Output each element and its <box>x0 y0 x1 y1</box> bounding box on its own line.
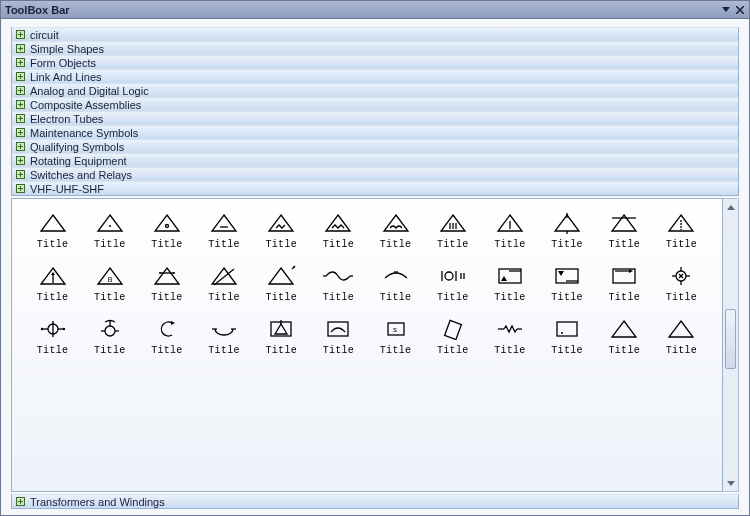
symbol-caption: Title <box>437 345 469 356</box>
svg-marker-31 <box>155 268 179 284</box>
symbol-item[interactable]: Title <box>369 209 422 250</box>
expand-icon <box>16 86 25 95</box>
symbol-item[interactable]: Title <box>598 209 651 250</box>
symbol-icon <box>262 209 300 237</box>
symbol-caption: Title <box>37 345 69 356</box>
svg-rect-86 <box>557 322 577 336</box>
symbol-item[interactable]: Title <box>312 262 365 303</box>
symbol-icon <box>34 209 72 237</box>
symbol-icon <box>205 315 243 343</box>
symbol-item[interactable]: Title <box>140 209 193 250</box>
category-item[interactable]: Switches and Relays <box>11 167 739 182</box>
symbol-icon <box>148 209 186 237</box>
symbol-item[interactable]: Title <box>598 262 651 303</box>
symbol-icon <box>148 315 186 343</box>
symbol-caption: Title <box>151 345 183 356</box>
dropdown-icon[interactable] <box>721 5 731 15</box>
toolbox-body: circuitSimple ShapesForm ObjectsLink And… <box>1 19 749 515</box>
category-item[interactable]: Link And Lines <box>11 69 739 84</box>
category-item[interactable]: VHF-UHF-SHF <box>11 181 739 196</box>
symbol-caption: Title <box>608 239 640 250</box>
symbol-caption: Title <box>494 345 526 356</box>
symbol-item[interactable]: Title <box>255 262 308 303</box>
symbol-icon <box>662 209 700 237</box>
svg-rect-83 <box>444 320 461 339</box>
category-item[interactable]: Rotating Equipment <box>11 153 739 168</box>
symbol-item[interactable]: Title <box>83 209 136 250</box>
expand-icon <box>16 128 25 137</box>
symbol-item[interactable]: Title <box>483 262 536 303</box>
symbol-item[interactable]: Title <box>655 315 708 356</box>
symbol-item[interactable]: Title <box>198 209 251 250</box>
symbol-item[interactable]: Title <box>655 209 708 250</box>
svg-point-68 <box>62 328 64 330</box>
category-item[interactable]: Electron Tubes <box>11 111 739 126</box>
symbol-item[interactable]: Title <box>26 209 79 250</box>
category-item[interactable]: Simple Shapes <box>11 41 739 56</box>
symbol-item[interactable]: Title <box>426 315 479 356</box>
scroll-thumb[interactable] <box>725 309 736 369</box>
symbol-item[interactable]: Title <box>255 209 308 250</box>
symbol-grid: TitleTitleTitleTitleTitleTitleTitleTitle… <box>26 209 708 356</box>
svg-marker-78 <box>275 324 287 334</box>
svg-marker-74 <box>171 321 175 325</box>
symbol-item[interactable]: Title <box>26 315 79 356</box>
symbol-item[interactable]: Title <box>140 262 193 303</box>
svg-text:s: s <box>393 325 397 334</box>
symbol-item[interactable]: Title <box>312 315 365 356</box>
symbol-caption: Title <box>608 345 640 356</box>
svg-marker-90 <box>727 205 735 210</box>
symbol-item[interactable]: Title <box>483 315 536 356</box>
category-item[interactable]: Maintenance Symbols <box>11 125 739 140</box>
symbol-item[interactable]: Title <box>369 262 422 303</box>
scrollbar[interactable] <box>723 198 739 492</box>
svg-rect-80 <box>328 322 348 336</box>
category-item[interactable]: Form Objects <box>11 55 739 70</box>
symbol-item[interactable]: Title <box>426 262 479 303</box>
close-icon[interactable] <box>735 5 745 15</box>
symbol-item[interactable]: Title <box>541 262 594 303</box>
symbol-item[interactable]: Title <box>26 262 79 303</box>
symbol-item[interactable]: BTitle <box>83 262 136 303</box>
titlebar-controls <box>721 5 745 15</box>
category-item[interactable]: Transformers and Windings <box>11 494 739 509</box>
symbol-icon <box>377 209 415 237</box>
symbol-item[interactable]: Title <box>426 209 479 250</box>
symbol-caption: Title <box>323 345 355 356</box>
symbol-item[interactable]: sTitle <box>369 315 422 356</box>
symbol-icon <box>434 262 472 290</box>
symbol-caption: Title <box>551 292 583 303</box>
symbol-item[interactable]: Title <box>255 315 308 356</box>
category-item[interactable]: Composite Assemblies <box>11 97 739 112</box>
scroll-down-icon[interactable] <box>725 476 736 490</box>
symbol-caption: Title <box>323 292 355 303</box>
titlebar: ToolBox Bar <box>1 1 749 19</box>
svg-marker-28 <box>51 272 55 275</box>
category-label: circuit <box>30 29 59 41</box>
symbol-item[interactable]: Title <box>541 209 594 250</box>
symbol-item[interactable]: Title <box>598 315 651 356</box>
category-item[interactable]: circuit <box>11 27 739 42</box>
category-item[interactable]: Analog and Digital Logic <box>11 83 739 98</box>
symbol-caption: Title <box>437 239 469 250</box>
symbol-item[interactable]: Title <box>83 315 136 356</box>
symbol-icon <box>34 262 72 290</box>
symbol-item[interactable]: Title <box>483 209 536 250</box>
symbol-caption: Title <box>208 292 240 303</box>
category-label: Electron Tubes <box>30 113 103 125</box>
symbol-item[interactable]: Title <box>198 315 251 356</box>
category-label: Qualifying Symbols <box>30 141 124 153</box>
symbol-icon <box>662 262 700 290</box>
symbol-item[interactable]: Title <box>198 262 251 303</box>
symbol-item[interactable]: Title <box>312 209 365 250</box>
expand-icon <box>16 497 25 506</box>
symbol-icon <box>148 262 186 290</box>
symbol-caption: Title <box>380 239 412 250</box>
symbol-item[interactable]: Title <box>541 315 594 356</box>
svg-marker-49 <box>501 276 507 281</box>
scroll-up-icon[interactable] <box>725 200 736 214</box>
category-item[interactable]: Qualifying Symbols <box>11 139 739 154</box>
symbol-item[interactable]: Title <box>140 315 193 356</box>
symbol-caption: Title <box>151 292 183 303</box>
symbol-item[interactable]: Title <box>655 262 708 303</box>
